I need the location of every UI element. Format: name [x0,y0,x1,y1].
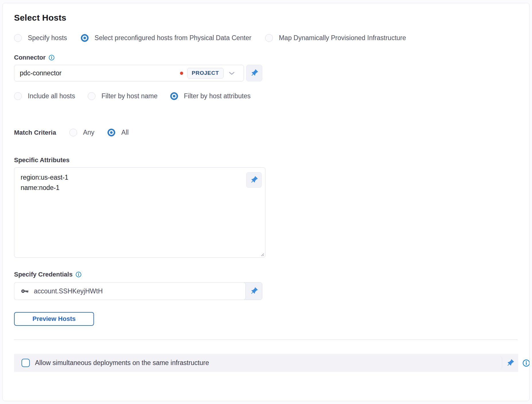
specific-attributes-textarea[interactable]: region:us-east-1 name:node-1 [14,168,265,257]
radio-option-dynamic-infrastructure[interactable]: Map Dynamically Provisioned Infrastructu… [265,34,406,42]
radio-label: Filter by host attributes [184,92,251,100]
specific-attributes-pin-button[interactable] [246,172,262,188]
radio-label: Select preconfigured hosts from Physical… [95,34,251,42]
bar-divider [498,356,502,370]
radio-label: Include all hosts [28,92,75,100]
pin-icon [248,67,260,79]
credentials-field-group: account.SSHKeyjHWtH [14,282,262,300]
radio-dynamic-infrastructure[interactable] [265,34,273,42]
select-hosts-panel: Select Hosts Specify hosts Select precon… [2,3,530,401]
credentials-reference-field[interactable]: account.SSHKeyjHWtH [14,282,246,300]
radio-label: Filter by host name [101,92,158,100]
radio-option-all[interactable]: All [107,129,129,136]
key-icon [21,287,29,295]
required-dot [180,72,183,75]
radio-label: Any [83,129,95,136]
connector-pin-button[interactable] [246,65,262,81]
footer-row: Allow simultaneous deployments on the sa… [14,354,530,372]
specify-credentials-label: Specify Credentials [14,271,518,278]
specify-credentials-label-text: Specify Credentials [14,271,73,278]
specific-attributes-label: Specific Attributes [14,156,518,164]
pin-icon [504,357,516,369]
page-title: Select Hosts [14,13,518,23]
match-criteria-row: Match Criteria Any All [14,129,518,136]
connector-reference-field[interactable]: pdc-connector PROJECT [14,65,244,81]
radio-option-include-all-hosts[interactable]: Include all hosts [14,92,75,100]
radio-option-filter-host-attributes[interactable]: Filter by host attributes [170,92,251,100]
match-criteria-label: Match Criteria [14,129,56,136]
section-divider [14,340,518,340]
radio-any[interactable] [69,129,77,136]
radio-filter-host-name[interactable] [88,92,95,100]
footer-info-icon[interactable] [522,359,530,367]
simultaneous-deployments-bar: Allow simultaneous deployments on the sa… [14,354,518,372]
radio-specify-hosts[interactable] [14,34,22,42]
match-criteria-radio-group: Any All [69,129,129,136]
radio-include-all-hosts[interactable] [14,92,22,100]
credentials-info-icon[interactable] [75,271,82,278]
radio-filter-host-attributes[interactable] [170,92,178,100]
radio-option-filter-host-name[interactable]: Filter by host name [88,92,158,100]
resize-handle-icon[interactable] [260,252,264,256]
radio-label: All [121,129,129,136]
radio-label: Specify hosts [28,34,67,42]
host-filter-radio-group: Include all hosts Filter by host name Fi… [14,92,518,100]
footer-pin-button[interactable] [502,354,518,372]
simultaneous-deployments-label: Allow simultaneous deployments on the sa… [35,359,498,367]
radio-option-any[interactable]: Any [69,129,95,136]
pin-icon [248,285,260,297]
specific-attributes-label-text: Specific Attributes [14,156,70,164]
credentials-pin-button[interactable] [246,283,262,300]
host-selection-radio-group: Specify hosts Select preconfigured hosts… [14,34,518,42]
connector-dropdown-toggle[interactable] [224,70,240,77]
scope-badge: PROJECT [187,68,224,79]
connector-row: pdc-connector PROJECT [14,65,518,81]
simultaneous-deployments-checkbox[interactable] [21,359,30,367]
radio-option-preconfigured-hosts[interactable]: Select preconfigured hosts from Physical… [81,34,251,42]
radio-label: Map Dynamically Provisioned Infrastructu… [279,34,406,42]
connector-label: Connector [14,54,518,61]
credentials-value: account.SSHKeyjHWtH [34,287,103,295]
radio-preconfigured-hosts[interactable] [81,34,89,42]
connector-info-icon[interactable] [48,54,55,61]
preview-hosts-button[interactable]: Preview Hosts [14,312,94,326]
pin-icon [248,174,260,186]
radio-option-specify-hosts[interactable]: Specify hosts [14,34,67,42]
chevron-down-icon [228,70,235,77]
radio-all[interactable] [107,129,115,136]
connector-value: pdc-connector [20,69,180,77]
connector-label-text: Connector [14,54,46,61]
specific-attributes-field: region:us-east-1 name:node-1 [14,167,265,258]
